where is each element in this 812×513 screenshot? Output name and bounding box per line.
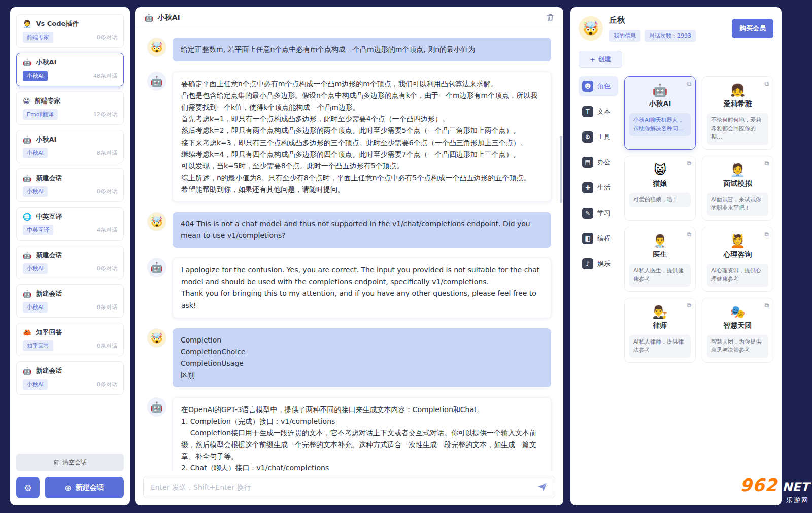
conversation-title: 知乎回答 bbox=[36, 328, 62, 337]
conversation-count: 0条对话 bbox=[97, 33, 117, 41]
character-name: 智慧天团 bbox=[707, 321, 768, 330]
conversation-badge: 前端专家 bbox=[23, 32, 53, 43]
chat-message-user: 🤯 Completion CompletionChoice Completion… bbox=[147, 328, 551, 387]
category-label: 学习 bbox=[597, 209, 611, 218]
category-text[interactable]: T文本 bbox=[579, 101, 618, 122]
monitor-icon: ▤ bbox=[582, 157, 593, 168]
character-description: 可爱的猫娘，喵！ bbox=[629, 193, 691, 208]
conversation-avatar-icon: 🤖 bbox=[23, 58, 31, 66]
copy-icon[interactable]: ⧉ bbox=[687, 302, 691, 309]
chat-message-user: 🤯 404 This is not a chat model and thus … bbox=[147, 212, 551, 248]
chat-scrollbar[interactable] bbox=[560, 136, 562, 203]
conversation-avatar-icon: 🤖 bbox=[23, 290, 31, 298]
copy-icon[interactable]: ⧉ bbox=[764, 302, 769, 309]
chat-count-badge: 对话次数：2993 bbox=[645, 30, 696, 42]
character-avatar: 🧑‍💼 bbox=[707, 161, 768, 179]
paper-plane-icon bbox=[537, 482, 548, 493]
delete-chat-button[interactable] bbox=[546, 13, 554, 22]
conversation-item[interactable]: 🤖新建会话 小秋AI0条对话 bbox=[16, 246, 124, 279]
clear-conversations-button[interactable]: 清空会话 bbox=[16, 454, 124, 471]
conversation-item-selected[interactable]: 🤖小秋AI 小秋AI48条对话 bbox=[16, 53, 124, 86]
conversation-item[interactable]: 🤖小秋AI 小秋AI8条对话 bbox=[16, 130, 124, 163]
buy-membership-button[interactable]: 购买会员 bbox=[732, 19, 773, 38]
ai-avatar: 🤖 bbox=[147, 258, 166, 277]
character-description: AI私人律师，提供律法参考 bbox=[629, 335, 691, 358]
settings-button[interactable]: ⚙ bbox=[16, 477, 40, 498]
ai-message-bubble: 要确定平面上任意n个点中必有m个点构成一个凸m边形的m个顶点，我们可以利用凸包算… bbox=[173, 72, 551, 202]
category-coding[interactable]: ◧编程 bbox=[579, 228, 618, 249]
conversation-item[interactable]: 🧑‍💼Vs Code插件 前端专家0条对话 bbox=[16, 14, 124, 48]
conversation-count: 0条对话 bbox=[97, 265, 117, 272]
category-nav: ☻角色 T文本 ⚙工具 ▤办公 ✚生活 ✎学习 ◧编程 ♪娱乐 bbox=[579, 76, 618, 497]
conversation-item[interactable]: 🌐中英互译 中英互译4条对话 bbox=[16, 207, 124, 241]
conversation-list: 🧑‍💼Vs Code插件 前端专家0条对话 🤖小秋AI 小秋AI48条对话 😀前… bbox=[16, 14, 124, 454]
conversation-item[interactable]: 🦀知乎回答 知乎回答0条对话 bbox=[16, 323, 124, 356]
right-panel: 🤯 丘秋 我的信息 对话次数：2993 购买会员 + 创建 ☻角色 T文本 ⚙工… bbox=[570, 7, 782, 505]
chat-message-ai: 🤖 要确定平面上任意n个点中必有m个点构成一个凸m边形的m个顶点，我们可以利用凸… bbox=[147, 72, 551, 202]
character-card[interactable]: ⧉ 💆 心理咨询 AI心理资讯，提供心理健康参考 bbox=[702, 227, 773, 292]
conversation-item[interactable]: 😀前端专家 Emoji翻译12条对话 bbox=[16, 91, 124, 125]
user-message-bubble: Completion CompletionChoice CompletionUs… bbox=[173, 328, 551, 387]
profile-name: 丘秋 bbox=[609, 15, 696, 26]
robot-icon: 🤖 bbox=[144, 13, 154, 22]
category-tools[interactable]: ⚙工具 bbox=[579, 127, 618, 147]
character-card[interactable]: ⧉ 👨‍⚖️ 律师 AI私人律师，提供律法参考 bbox=[624, 298, 696, 363]
profile-header: 🤯 丘秋 我的信息 对话次数：2993 购买会员 bbox=[579, 15, 773, 42]
conversation-count: 0条对话 bbox=[97, 381, 117, 388]
chat-panel: 🤖 小秋AI 🤯 给定正整数m, 若平面上任意n个点中必有m个点构成一个凸m边形… bbox=[135, 7, 563, 505]
conversation-item[interactable]: 🤖新建会话 小秋AI0条对话 bbox=[16, 284, 124, 318]
conversation-count: 8条对话 bbox=[97, 149, 117, 157]
character-name: 心理咨询 bbox=[707, 250, 768, 259]
conversation-item[interactable]: 🤖新建会话 小秋AI0条对话 bbox=[16, 361, 124, 395]
my-info-badge[interactable]: 我的信息 bbox=[609, 30, 640, 42]
watermark-suffix: .NET bbox=[777, 480, 809, 494]
conversation-item[interactable]: 🤖新建会话 小秋AI0条对话 bbox=[16, 168, 124, 202]
conversation-badge: 小秋AI bbox=[23, 148, 48, 158]
code-icon: ◧ bbox=[582, 233, 593, 244]
site-watermark: 962 .NET 乐游网 bbox=[740, 475, 809, 505]
character-card[interactable]: ⧉ 👧 爱莉希雅 不论何时何地，爱莉希雅都会回应你的期… bbox=[702, 76, 773, 150]
category-roles[interactable]: ☻角色 bbox=[579, 76, 618, 96]
copy-icon[interactable]: ⧉ bbox=[764, 160, 769, 167]
character-card[interactable]: ⧉ 😺 猫娘 可爱的猫娘，喵！ bbox=[624, 156, 696, 221]
person-icon: ☻ bbox=[582, 81, 593, 92]
create-button[interactable]: + 创建 bbox=[579, 51, 622, 68]
conversation-badge: 小秋AI bbox=[23, 186, 48, 197]
category-office[interactable]: ▤办公 bbox=[579, 152, 618, 173]
copy-icon[interactable]: ⧉ bbox=[764, 80, 769, 87]
conversation-title: 新建会话 bbox=[36, 366, 62, 375]
ai-message-bubble: 在OpenAI的GPT-3语言模型中，提供了两种不同的接口来生成文本内容：Com… bbox=[173, 397, 551, 471]
category-life[interactable]: ✚生活 bbox=[579, 178, 618, 198]
character-card[interactable]: ⧉ 👨‍⚕️ 医生 AI私人医生，提供健康参考 bbox=[624, 227, 696, 292]
character-card-grid: ⧉ 🤖 小秋AI 小秋AI聊天机器人，帮助你解决各种问… ⧉ 👧 爱莉希雅 不论… bbox=[624, 76, 773, 497]
category-study[interactable]: ✎学习 bbox=[579, 203, 618, 223]
category-label: 办公 bbox=[597, 158, 611, 167]
character-card[interactable]: ⧉ 🧑‍💼 面试模拟 AI面试官，来试试你的职业水平吧！ bbox=[702, 156, 773, 221]
ai-avatar: 🤖 bbox=[147, 397, 166, 417]
plus-icon: + bbox=[590, 56, 595, 63]
message-input[interactable] bbox=[143, 476, 555, 498]
character-avatar: 💆 bbox=[707, 232, 768, 250]
character-avatar: 😺 bbox=[629, 161, 691, 179]
conversation-count: 4条对话 bbox=[97, 226, 117, 234]
send-button[interactable] bbox=[537, 482, 548, 495]
character-card[interactable]: ⧉ 🎭 智慧天团 智慧天团，为你提供意见与决策参考 bbox=[702, 298, 773, 363]
copy-icon[interactable]: ⧉ bbox=[687, 80, 691, 87]
plus-circle-icon: ⊕ bbox=[64, 483, 71, 493]
category-entertainment[interactable]: ♪娱乐 bbox=[579, 254, 618, 274]
category-label: 工具 bbox=[597, 132, 611, 142]
chat-message-user: 🤯 给定正整数m, 若平面上任意n个点中必有m个点构成一个凸m边形的m个顶点, … bbox=[147, 38, 551, 61]
copy-icon[interactable]: ⧉ bbox=[764, 231, 769, 238]
conversation-avatar-icon: 🧑‍💼 bbox=[23, 20, 31, 28]
pencil-icon: ✎ bbox=[582, 208, 593, 219]
category-label: 角色 bbox=[597, 82, 611, 91]
conversation-title: 小秋AI bbox=[36, 135, 56, 144]
new-chat-button[interactable]: ⊕ 新建会话 bbox=[45, 477, 124, 498]
conversation-count: 0条对话 bbox=[97, 342, 117, 350]
copy-icon[interactable]: ⧉ bbox=[687, 160, 691, 167]
copy-icon[interactable]: ⧉ bbox=[687, 231, 691, 238]
character-card-selected[interactable]: ⧉ 🤖 小秋AI 小秋AI聊天机器人，帮助你解决各种问… bbox=[624, 76, 696, 150]
conversation-avatar-icon: 🦀 bbox=[23, 328, 31, 336]
chat-message-ai: 🤖 I apologize for the confusion. Yes, yo… bbox=[147, 258, 551, 318]
tool-icon: ⚙ bbox=[582, 131, 593, 143]
